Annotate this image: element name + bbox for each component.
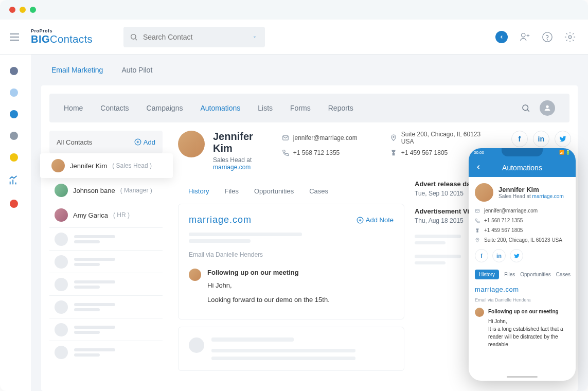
- back-button[interactable]: [495, 31, 508, 43]
- tab-cases[interactable]: Cases: [309, 187, 328, 196]
- nav-dot-6[interactable]: [10, 200, 18, 208]
- phone-profile-name: Jennifer Kim: [498, 186, 564, 193]
- topbar: ProProfs BIGContacts: [0, 20, 588, 55]
- linkedin-button[interactable]: in: [533, 131, 549, 147]
- user-avatar[interactable]: [540, 100, 555, 116]
- phone-tab-history[interactable]: History: [475, 270, 499, 279]
- twitter-button[interactable]: [555, 131, 571, 147]
- message-line: Looking forward to our demo on the 15th.: [207, 295, 330, 305]
- search-input[interactable]: [143, 33, 259, 41]
- content-placeholder: [189, 233, 394, 243]
- contact-role: ( HR ): [113, 211, 130, 219]
- contact-item[interactable]: Amy Garica ( HR ): [49, 203, 163, 227]
- phone-tab-files[interactable]: Files: [504, 272, 515, 277]
- nav-dot-2[interactable]: [10, 88, 18, 97]
- message-title: Following up on our meeting: [207, 269, 330, 276]
- nav-contacts[interactable]: Contacts: [100, 104, 129, 112]
- profile-role: Sales Head at marriage.com: [213, 156, 253, 171]
- contact-role: ( Sales Head ): [112, 162, 152, 169]
- contact-item-selected[interactable]: Jennifer Kim ( Sales Head ): [40, 153, 173, 178]
- svg-line-1: [135, 39, 137, 40]
- nav-dot-3[interactable]: [10, 110, 18, 118]
- svg-point-6: [547, 40, 548, 40]
- section-nav: Home Contacts Campaigns Automations List…: [49, 94, 569, 122]
- add-user-icon[interactable]: [519, 31, 530, 43]
- search-icon: [130, 33, 138, 41]
- svg-line-12: [527, 110, 529, 111]
- mail-icon: [475, 208, 480, 214]
- phone-avatar: [475, 183, 493, 202]
- search-box[interactable]: [123, 27, 265, 47]
- company-logo: marriage.com: [189, 215, 252, 225]
- add-contact-button[interactable]: Add: [134, 138, 155, 146]
- nav-dot-5[interactable]: [10, 153, 18, 162]
- nav-forms[interactable]: Forms: [290, 104, 311, 112]
- add-note-button[interactable]: Add Note: [357, 216, 394, 224]
- contact-avatar: [55, 184, 68, 197]
- profile-name: Jennifer Kim: [213, 131, 253, 154]
- maximize-window-dot[interactable]: [30, 7, 36, 13]
- contact-name: Jennifer Kim: [70, 162, 107, 170]
- nav-reports[interactable]: Reports: [328, 104, 353, 112]
- svg-point-11: [523, 105, 528, 111]
- section-search-icon[interactable]: [521, 103, 530, 113]
- phone-status-icons: 📶 🔋: [559, 150, 571, 155]
- logo: ProProfs BIGContacts: [31, 28, 93, 45]
- phone-message-avatar: [475, 308, 484, 317]
- hamburger-menu-button[interactable]: [4, 27, 25, 47]
- telephone-icon: [390, 149, 397, 156]
- nav-dot-1[interactable]: [10, 67, 18, 75]
- sub-tabs: Email Marketing Auto Pilot: [31, 55, 588, 85]
- social-links: f in: [511, 131, 571, 147]
- message-avatar: [189, 269, 201, 281]
- all-contacts-label: All Contacts: [57, 138, 92, 146]
- contacts-sidebar: All Contacts Add Jennifer Kim ( Sales He…: [49, 131, 163, 371]
- help-icon[interactable]: [542, 31, 553, 43]
- svg-point-0: [131, 34, 136, 39]
- tab-history[interactable]: History: [188, 187, 209, 196]
- minimize-window-dot[interactable]: [20, 7, 26, 13]
- phone-tab-opportunities[interactable]: Opportunities: [520, 272, 550, 277]
- telephone-icon: [475, 228, 480, 233]
- phone-email: jennifer@marriage.com: [475, 208, 569, 214]
- nav-dot-4[interactable]: [10, 132, 18, 140]
- phone-email-via: Email via Danielle Hendera: [475, 297, 569, 303]
- phone-profile: Jennifer Kim Sales Head at marriage.com: [475, 183, 569, 202]
- tab-files[interactable]: Files: [224, 187, 238, 196]
- settings-icon[interactable]: [564, 31, 576, 43]
- phone-message-line: Hi John,: [488, 317, 569, 325]
- close-window-dot[interactable]: [9, 7, 15, 13]
- phone-facebook-button[interactable]: f: [475, 249, 488, 262]
- tab-auto-pilot[interactable]: Auto Pilot: [121, 66, 152, 74]
- contact-placeholder: [49, 250, 163, 273]
- phone-tab-cases[interactable]: Cases: [556, 272, 571, 277]
- facebook-button[interactable]: f: [511, 131, 528, 147]
- phone-linkedin-button[interactable]: in: [492, 249, 506, 262]
- phone-address: Suite 200, Chicago, IL 60123 USA: [475, 237, 569, 243]
- location-icon: [475, 238, 480, 243]
- nav-lists[interactable]: Lists: [258, 104, 273, 112]
- profile-email: jennifer@marriage.com: [282, 131, 375, 145]
- contact-item[interactable]: Johnson bane ( Manager ): [49, 178, 163, 203]
- dropdown-icon[interactable]: [252, 34, 258, 40]
- tab-email-marketing[interactable]: Email Marketing: [51, 66, 103, 74]
- nav-campaigns[interactable]: Campaigns: [147, 104, 183, 112]
- phone-twitter-button[interactable]: [510, 249, 523, 262]
- phone-title: Automations: [469, 164, 576, 172]
- phone-phone1: +1 568 712 1355: [475, 218, 569, 223]
- contact-placeholder: [49, 318, 163, 341]
- location-icon: [390, 134, 397, 141]
- plus-circle-icon: [357, 217, 364, 224]
- contact-placeholder: [49, 227, 163, 250]
- phone-home-bar: [507, 376, 538, 378]
- phone-phone2: +1 459 567 1805: [475, 227, 569, 233]
- contact-placeholder: [49, 341, 163, 363]
- logo-main: BIGContacts: [31, 33, 93, 45]
- nav-home[interactable]: Home: [64, 104, 83, 112]
- phone-time: 00:00: [474, 150, 484, 155]
- phone-body: Jennifer Kim Sales Head at marriage.com …: [469, 177, 576, 354]
- nav-automations[interactable]: Automations: [200, 104, 240, 112]
- tab-opportunities[interactable]: Opportunities: [254, 187, 294, 196]
- profile-phone1: +1 568 712 1355: [282, 149, 375, 156]
- analytics-icon[interactable]: [8, 175, 20, 186]
